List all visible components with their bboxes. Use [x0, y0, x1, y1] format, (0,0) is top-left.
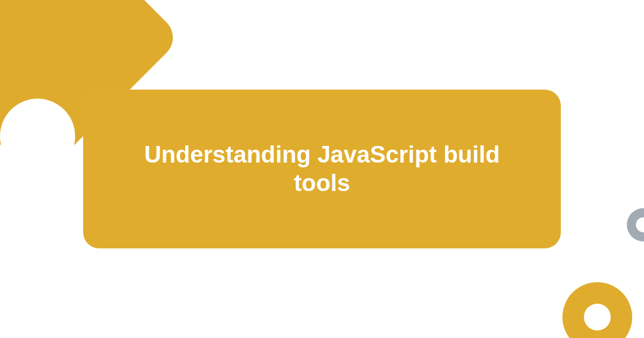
- ring-decoration-gray: [627, 208, 644, 241]
- title-text: Understanding JavaScript build tools: [126, 141, 518, 197]
- ring-decoration-gold: [562, 282, 632, 338]
- title-card: Understanding JavaScript build tools: [83, 90, 561, 248]
